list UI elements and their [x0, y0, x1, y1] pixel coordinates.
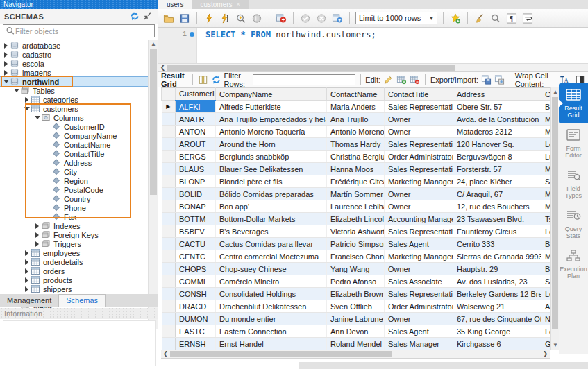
tree-item-orderdetails[interactable]: orderdetails — [0, 257, 148, 266]
collapse-arrow-icon[interactable] — [34, 114, 40, 121]
row-selector[interactable] — [162, 151, 176, 163]
cell-contacttitle[interactable]: Sales Agent — [385, 238, 453, 250]
expand-arrow-icon[interactable] — [24, 259, 30, 265]
insert-row-icon[interactable] — [396, 74, 407, 85]
cell-city[interactable]: Aachen — [541, 300, 551, 313]
row-selector[interactable] — [162, 163, 176, 175]
cell-customerid[interactable]: BSBEV — [176, 225, 216, 238]
grid-vertical-scrollbar[interactable]: ▲ ▼ — [550, 87, 559, 350]
cell-companyname[interactable]: Bon app' — [216, 200, 327, 213]
row-selector[interactable] — [162, 250, 176, 263]
tree-item-imagens[interactable]: imagens — [0, 68, 148, 77]
column-header-contactname[interactable]: ContactName — [327, 88, 385, 101]
scrollbar-thumb[interactable] — [552, 97, 558, 329]
row-selector[interactable] — [162, 126, 176, 138]
cell-address[interactable]: Berkeley Gardens 12 Brewery — [453, 288, 541, 300]
row-selector[interactable] — [162, 300, 176, 313]
cell-contactname[interactable]: Sven Ottlieb — [327, 300, 385, 313]
cell-address[interactable]: 12, rue des Bouchers — [453, 200, 541, 213]
cell-contactname[interactable]: Patricio Simpson — [327, 238, 385, 250]
cell-customerid[interactable]: ANTON — [176, 126, 216, 138]
cell-companyname[interactable]: Eastern Connection — [216, 325, 327, 338]
cell-customerid[interactable]: BLONP — [176, 175, 216, 188]
tree-item-tables[interactable]: Tables — [0, 86, 148, 95]
cell-contactname[interactable]: Yang Wang — [327, 263, 385, 275]
cell-contactname[interactable]: Janine Labrune — [327, 313, 385, 325]
refresh-results-icon[interactable] — [211, 74, 221, 85]
cell-contacttitle[interactable]: Order Administrator — [385, 300, 453, 313]
cell-city[interactable]: Graz — [541, 338, 551, 350]
cell-contacttitle[interactable]: Owner — [385, 126, 453, 138]
cell-contacttitle[interactable]: Order Administrator — [385, 151, 453, 163]
sidebar-vertical-scrollbar[interactable]: ▲ ▼ — [148, 40, 158, 329]
cell-address[interactable]: Avda. de la Constitución 2222 — [453, 113, 541, 126]
cell-contacttitle[interactable]: Marketing Manager — [385, 175, 453, 188]
tree-item-foreign-keys[interactable]: Foreign Keys — [0, 230, 148, 239]
tree-item-northwind[interactable]: northwind — [0, 77, 148, 86]
column-header-address[interactable]: Address — [453, 88, 541, 101]
cell-customerid[interactable]: BONAP — [176, 200, 216, 213]
cell-contacttitle[interactable]: Sales Manager — [385, 338, 453, 350]
cell-customerid[interactable]: BLAUS — [176, 163, 216, 175]
cell-contactname[interactable]: Roland Mendel — [327, 338, 385, 350]
cell-contactname[interactable]: Elizabeth Lincoln — [327, 213, 385, 225]
view-button-result-grid[interactable]: Result Grid — [559, 83, 588, 123]
cell-customerid[interactable]: ANATR — [176, 113, 216, 126]
row-selector[interactable] — [162, 288, 176, 300]
row-selector[interactable] — [162, 338, 176, 350]
cell-companyname[interactable]: Bólido Comidas preparadas — [216, 188, 327, 200]
cell-city[interactable]: Bern — [541, 263, 551, 275]
view-button-execution-plan[interactable]: Execution Plan — [559, 244, 588, 284]
cell-customerid[interactable]: BOLID — [176, 188, 216, 200]
tree-item-shippers[interactable]: shippers — [0, 284, 148, 293]
cell-contacttitle[interactable]: Sales Representative — [385, 101, 453, 113]
scroll-right-icon[interactable]: ❯ — [541, 350, 550, 358]
schema-filter-input[interactable] — [15, 27, 152, 35]
tree-item-indexes[interactable]: Indexes — [0, 221, 148, 230]
collapse-arrow-icon[interactable] — [13, 87, 19, 94]
row-selector[interactable] — [162, 238, 176, 250]
cell-contacttitle[interactable]: Sales Representative — [385, 138, 453, 151]
cell-companyname[interactable]: Cactus Comidas para llevar — [216, 238, 327, 250]
expand-arrow-icon[interactable] — [3, 69, 9, 76]
cell-address[interactable]: 24, place Kléber — [453, 175, 541, 188]
cell-city[interactable]: London — [541, 138, 551, 151]
cell-companyname[interactable]: Bottom-Dollar Markets — [216, 213, 327, 225]
cell-contacttitle[interactable]: Sales Agent — [385, 325, 453, 338]
beautify-sql-icon[interactable] — [473, 12, 486, 24]
view-button-form-editor[interactable]: Form Editor — [559, 123, 588, 164]
cell-companyname[interactable]: Ernst Handel — [216, 338, 327, 350]
limit-rows-dropdown[interactable]: Limit to 1000 rows ▼ — [355, 12, 437, 24]
cell-companyname[interactable]: Blondel père et fils — [216, 175, 327, 188]
collapse-arrow-icon[interactable] — [24, 105, 30, 112]
column-header-contacttitle[interactable]: ContactTitle — [385, 88, 453, 101]
column-header-city[interactable]: City — [541, 88, 551, 101]
find-icon[interactable] — [489, 12, 502, 24]
cell-customerid[interactable]: CENTC — [176, 250, 216, 263]
cell-companyname[interactable]: Alfreds Futterkiste — [216, 101, 327, 113]
cell-city[interactable]: São Paulo — [541, 275, 551, 288]
cell-contactname[interactable]: Victoria Ashworth — [327, 225, 385, 238]
cell-customerid[interactable]: ERNSH — [176, 338, 216, 350]
tree-item-companyname[interactable]: CompanyName — [0, 131, 148, 140]
cell-address[interactable]: 35 King George — [453, 325, 541, 338]
cell-contacttitle[interactable]: Owner — [385, 188, 453, 200]
cell-city[interactable]: Nantes — [541, 313, 551, 325]
cell-city[interactable]: London — [541, 325, 551, 338]
view-button-field-types[interactable]: Field Types — [559, 164, 588, 204]
expand-arrow-icon[interactable] — [24, 268, 30, 274]
toggle-autocommit-icon[interactable] — [275, 12, 287, 24]
cell-contacttitle[interactable]: Owner — [385, 313, 453, 325]
cell-companyname[interactable]: Centro comercial Moctezuma — [216, 250, 327, 263]
tree-item-region[interactable]: Region — [0, 176, 148, 185]
cell-address[interactable]: Berguvsvägen 8 — [453, 151, 541, 163]
tree-item-customers[interactable]: customers — [0, 104, 148, 113]
cell-contactname[interactable]: Martín Sommer — [327, 188, 385, 200]
column-header-customerid[interactable]: CustomerID — [176, 88, 216, 101]
open-script-icon[interactable] — [162, 12, 175, 24]
tree-item-categories[interactable]: categories — [0, 95, 148, 104]
scroll-up-icon[interactable]: ▲ — [149, 40, 158, 49]
tree-item-products[interactable]: products — [0, 275, 148, 284]
cell-companyname[interactable]: Chop-suey Chinese — [216, 263, 327, 275]
tree-item-contacttitle[interactable]: ContactTitle — [0, 149, 148, 158]
